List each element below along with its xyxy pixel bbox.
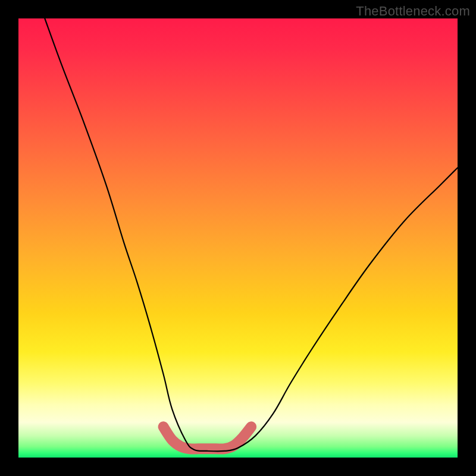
curve-svg	[18, 18, 458, 458]
watermark-text: TheBottleneck.com	[356, 4, 470, 19]
chart-frame: TheBottleneck.com	[0, 0, 476, 476]
plot-area	[18, 18, 458, 458]
bottom-marker-band	[164, 427, 252, 449]
main-curve	[45, 18, 458, 451]
